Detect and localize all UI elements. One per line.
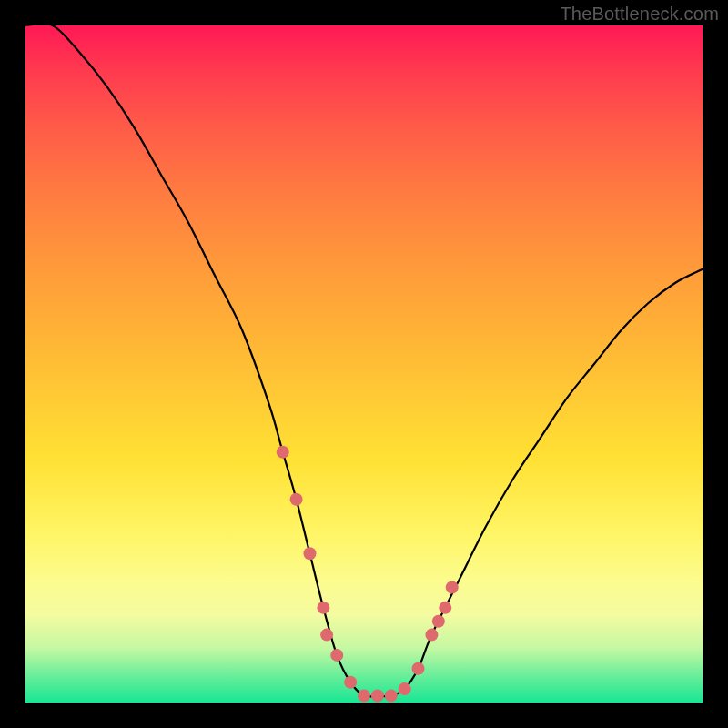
curve-layer (25, 25, 703, 703)
highlight-dot (432, 615, 445, 628)
highlight-dot (330, 649, 343, 662)
bottleneck-curve (25, 25, 703, 697)
highlight-dot (385, 690, 398, 703)
highlight-dot (344, 676, 357, 689)
highlight-dot (425, 629, 438, 642)
plot-area (25, 25, 703, 703)
watermark-text: TheBottleneck.com (560, 4, 719, 25)
chart-frame: TheBottleneck.com (0, 0, 728, 728)
highlight-dot (358, 690, 370, 703)
highlight-dot (320, 629, 333, 642)
highlight-dot (446, 581, 459, 594)
highlight-dot (277, 446, 289, 459)
highlight-dot (371, 690, 384, 703)
highlight-dot (399, 682, 411, 695)
highlight-dot (303, 547, 316, 560)
highlight-dots (277, 446, 459, 703)
highlight-dot (290, 493, 303, 506)
highlight-dot (317, 602, 329, 614)
highlight-dot (412, 662, 425, 675)
highlight-dot (439, 602, 451, 614)
